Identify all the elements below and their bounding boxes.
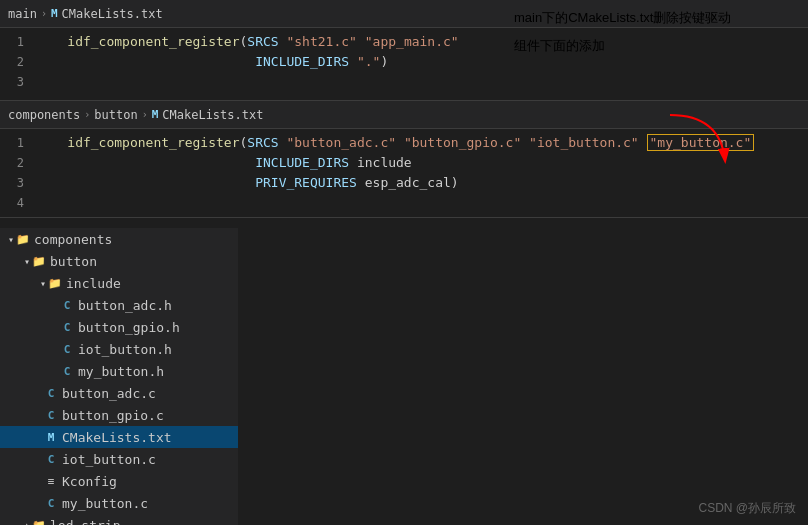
tree-label-components: components (34, 232, 112, 247)
c-file-icon: C (60, 365, 74, 378)
tree-item-button-gpio-h[interactable]: C button_gpio.h (0, 316, 238, 338)
tree-item-my-button-h[interactable]: C my_button.h (0, 360, 238, 382)
folder-icon: 📁 (32, 255, 46, 268)
tree-item-components[interactable]: ▾ 📁 components (0, 228, 238, 250)
file-icon-m: M (51, 7, 58, 20)
c-file-icon: C (60, 343, 74, 356)
tree-item-include[interactable]: ▾ 📁 include (0, 272, 238, 294)
sep2: › (84, 109, 90, 120)
tree-item-button[interactable]: ▾ 📁 button (0, 250, 238, 272)
code-line-4: 4 (0, 193, 808, 213)
chevron-down-icon: ▾ (24, 256, 30, 267)
tree-label-led-strip: led_strip (50, 518, 120, 526)
code-line: 3 (0, 72, 808, 92)
tree-label-include: include (66, 276, 121, 291)
c-file-icon: C (44, 453, 58, 466)
top-annotation: main下的CMakeLists.txt删除按键驱动 组件下面的添加 (514, 8, 804, 55)
tree-label-button-gpio-c: button_gpio.c (62, 408, 164, 423)
chevron-down-icon: ▾ (40, 278, 46, 289)
c-file-icon: C (44, 387, 58, 400)
c-file-icon: C (60, 321, 74, 334)
breadcrumb-components: components (8, 108, 80, 122)
chevron-right-icon: › (24, 520, 30, 526)
tree-label-iot-button-h: iot_button.h (78, 342, 172, 357)
code-line-3: 3 PRIV_REQUIRES esp_adc_cal) (0, 173, 808, 193)
breadcrumb-file-middle: CMakeLists.txt (162, 108, 263, 122)
tree-label-iot-button-c: iot_button.c (62, 452, 156, 467)
breadcrumb-button: button (94, 108, 137, 122)
tree-label-my-button-c: my_button.c (62, 496, 148, 511)
tree-item-my-button-c[interactable]: C my_button.c (0, 492, 238, 514)
watermark: CSDN @孙辰所致 (698, 500, 796, 517)
tree-item-button-gpio-c[interactable]: C button_gpio.c (0, 404, 238, 426)
k-file-icon: ≡ (44, 475, 58, 488)
breadcrumb-file-top: CMakeLists.txt (62, 7, 163, 21)
annotation-line2: 组件下面的添加 (514, 36, 804, 56)
breadcrumb-main: main (8, 7, 37, 21)
sep1: › (41, 8, 47, 19)
tree-item-iot-button-h[interactable]: C iot_button.h (0, 338, 238, 360)
tree-label-button-adc-h: button_adc.h (78, 298, 172, 313)
tree-item-led-strip[interactable]: › 📁 led_strip (0, 514, 238, 525)
tree-item-button-adc-c[interactable]: C button_adc.c (0, 382, 238, 404)
tree-label-my-button-h: my_button.h (78, 364, 164, 379)
tree-item-iot-button-c[interactable]: C iot_button.c (0, 448, 238, 470)
c-file-icon: C (44, 409, 58, 422)
sep3: › (142, 109, 148, 120)
c-file-icon: C (60, 299, 74, 312)
top-breadcrumb: main › M CMakeLists.txt (8, 7, 163, 21)
tree-item-cmake[interactable]: M CMakeLists.txt (0, 426, 238, 448)
folder-icon: 📁 (48, 277, 62, 290)
tree-item-button-adc-h[interactable]: C button_adc.h (0, 294, 238, 316)
folder-icon: 📁 (32, 519, 46, 526)
annotation-arrow (660, 110, 740, 170)
tree-label-button-adc-c: button_adc.c (62, 386, 156, 401)
annotation-line1: main下的CMakeLists.txt删除按键驱动 (514, 8, 804, 28)
tree-label-button-gpio-h: button_gpio.h (78, 320, 180, 335)
file-icon-m2: M (152, 108, 159, 121)
tree-label-kconfig: Kconfig (62, 474, 117, 489)
c-file-icon: C (44, 497, 58, 510)
tree-item-kconfig[interactable]: ≡ Kconfig (0, 470, 238, 492)
tree-label-cmake: CMakeLists.txt (62, 430, 172, 445)
folder-icon: 📁 (16, 233, 30, 246)
tree-label-button: button (50, 254, 97, 269)
file-tree: ▾ 📁 components ▾ 📁 button ▾ 📁 include C … (0, 228, 238, 525)
m-file-icon: M (44, 431, 58, 444)
code-line: 2 INCLUDE_DIRS ".") (0, 52, 808, 72)
middle-breadcrumb: components › button › M CMakeLists.txt (8, 108, 263, 122)
chevron-down-icon: ▾ (8, 234, 14, 245)
